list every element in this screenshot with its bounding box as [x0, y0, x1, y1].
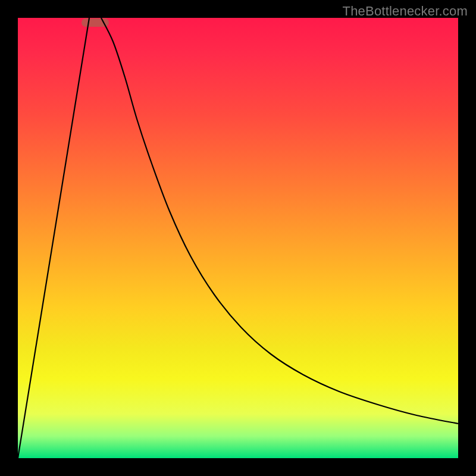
- curve-left-leg: [18, 18, 89, 458]
- plot-area: [18, 18, 458, 458]
- watermark-text: TheBottlenecker.com: [343, 4, 468, 19]
- curve-right: [101, 18, 458, 424]
- chart-curves: [18, 18, 458, 458]
